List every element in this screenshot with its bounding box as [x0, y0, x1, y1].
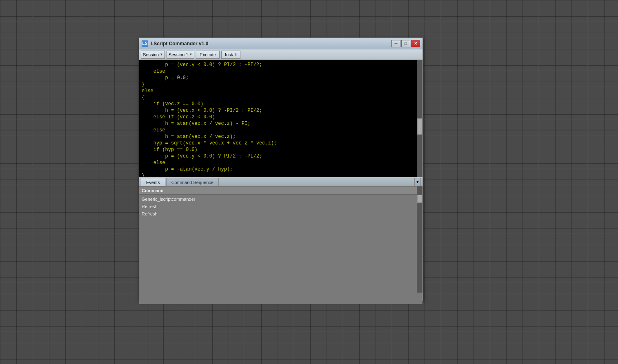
events-list: Generic_lscriptcommander Refresh Refresh [139, 195, 422, 218]
title-bar: LS LScript Commander v1.0 ─ □ ✕ [139, 38, 422, 49]
events-empty-area [139, 218, 422, 304]
minimize-button[interactable]: ─ [391, 40, 400, 47]
tab-events[interactable]: Events [141, 178, 165, 186]
close-button[interactable]: ✕ [411, 40, 420, 47]
toolbar: Session ▼ Session 1 ▼ Execute Install [139, 49, 422, 60]
session-dropdown[interactable]: Session ▼ [141, 51, 165, 59]
tab-command-sequence[interactable]: Command Sequence [166, 178, 219, 186]
list-item[interactable]: Generic_lscriptcommander [142, 195, 420, 203]
code-area-wrapper: p = (vec.y < 0.0) ? PI/2 : -PI/2; else p… [139, 60, 422, 177]
title-bar-left: LS LScript Commander v1.0 [142, 40, 208, 47]
session1-dropdown[interactable]: Session 1 ▼ [167, 51, 194, 59]
code-scrollbar-y[interactable] [417, 60, 422, 177]
tab-scroll-button[interactable]: ▼ [414, 178, 421, 186]
list-item[interactable]: Refresh [142, 203, 420, 210]
events-panel: Command Generic_lscriptcommander Refresh… [139, 186, 422, 293]
maximize-button[interactable]: □ [401, 40, 410, 47]
session-dropdown-arrow: ▼ [160, 53, 163, 56]
events-header: Command [139, 186, 422, 195]
execute-button[interactable]: Execute [196, 51, 220, 59]
install-button[interactable]: Install [221, 51, 240, 59]
code-content: p = (vec.y < 0.0) ? PI/2 : -PI/2; else p… [142, 62, 420, 177]
code-scrollbar-thumb[interactable] [417, 118, 422, 135]
window-controls: ─ □ ✕ [391, 40, 420, 47]
list-item[interactable]: Refresh [142, 210, 420, 218]
main-window: LS LScript Commander v1.0 ─ □ ✕ Session … [139, 38, 423, 301]
tabs-bar: Events Command Sequence ▼ [139, 177, 422, 186]
events-scrollbar-thumb[interactable] [417, 195, 422, 203]
code-editor[interactable]: p = (vec.y < 0.0) ? PI/2 : -PI/2; else p… [139, 60, 422, 177]
app-icon: LS [142, 40, 148, 47]
session1-dropdown-arrow: ▼ [189, 53, 192, 56]
window-title: LScript Commander v1.0 [151, 41, 208, 47]
events-scrollbar-y[interactable] [417, 186, 422, 293]
